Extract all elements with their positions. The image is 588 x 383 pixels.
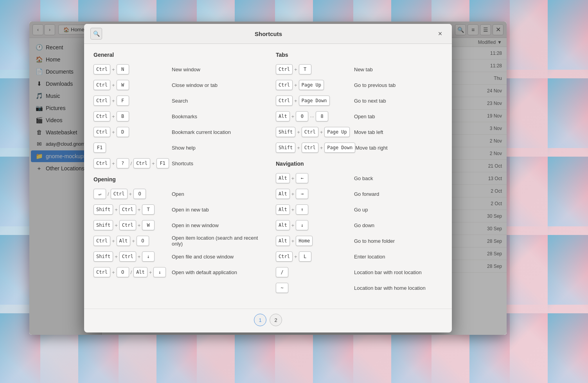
- key-ctrl: Ctrl: [94, 64, 110, 74]
- desc-search: Search: [172, 98, 260, 104]
- key-ctrl: Ctrl: [276, 96, 293, 106]
- shortcut-keys-open-tab-n: Alt + 0 ··· 8: [276, 111, 354, 121]
- dialog-pagination: 1 2: [84, 309, 452, 332]
- dialog-close-button[interactable]: ×: [435, 28, 446, 39]
- key-ctrl: Ctrl: [119, 220, 136, 230]
- desc-next-tab: Go to next tab: [354, 98, 442, 104]
- shortcut-location-root: / Location bar with root location: [276, 266, 442, 278]
- key-o2: O: [117, 267, 129, 277]
- shortcut-keys-close-window: Ctrl + W: [94, 80, 172, 90]
- desc-close-window: Close window or tab: [172, 82, 260, 88]
- shortcut-open-close: Shift + Ctrl + ↓ Open file and close win…: [94, 251, 260, 262]
- dialog-title: Shortcuts: [102, 31, 435, 37]
- desc-go-home: Go to home folder: [354, 238, 442, 244]
- shortcut-keys-go-up: Alt + ↑: [276, 204, 354, 215]
- shortcuts-right-column: Tabs Ctrl + T New tab Ctrl + P: [276, 52, 442, 301]
- shortcut-keys-new-tab: Ctrl + T: [276, 64, 354, 74]
- key-alt: Alt: [117, 236, 131, 246]
- shortcut-keys-search: Ctrl + F: [94, 96, 172, 106]
- key-left: ←: [296, 173, 308, 183]
- shortcut-go-home: Alt + Home Go to home folder: [276, 235, 442, 247]
- desc-location-root: Location bar with root location: [354, 269, 442, 275]
- key-o: O: [137, 236, 149, 246]
- shortcut-new-window: Ctrl + N New window: [94, 63, 260, 75]
- shortcut-keys-go-forward: Alt + →: [276, 189, 354, 199]
- desc-move-tab-left: Move tab left: [354, 129, 442, 135]
- desc-move-tab-right: Move tab right: [355, 145, 442, 151]
- desc-show-help: Show help: [172, 145, 260, 151]
- navigation-section-title: Navigation: [276, 161, 442, 167]
- key-question: ?: [117, 158, 129, 168]
- key-ctrl: Ctrl: [276, 80, 293, 90]
- key-n: N: [117, 64, 129, 74]
- key-f1-2: F1: [156, 158, 169, 168]
- desc-bookmarks: Bookmarks: [172, 114, 260, 119]
- shortcut-keys-location-root: /: [276, 267, 354, 277]
- page-1-button[interactable]: 1: [254, 314, 266, 326]
- key-f1: F1: [94, 143, 106, 153]
- desc-bookmark-location: Bookmark current location: [172, 129, 260, 135]
- general-section: General Ctrl + N New window Ctrl +: [94, 52, 260, 169]
- shortcut-keys-open: ↵ / Ctrl + O: [94, 189, 172, 199]
- shortcut-shortcuts: Ctrl + ? / Ctrl + F1 Shortcuts: [94, 157, 260, 169]
- key-enter: ↵: [94, 189, 106, 199]
- key-w: W: [142, 220, 155, 230]
- desc-new-tab: New tab: [354, 67, 442, 72]
- shortcut-keys-bookmark-location: Ctrl + D: [94, 127, 172, 137]
- key-ctrl: Ctrl: [302, 127, 318, 137]
- shortcut-new-tab: Ctrl + T New tab: [276, 63, 442, 75]
- shortcut-open: ↵ / Ctrl + O Open: [94, 188, 260, 200]
- shortcut-go-up: Alt + ↑ Go up: [276, 204, 442, 215]
- key-t: T: [142, 204, 155, 215]
- shortcut-keys-move-tab-right: Shift + Ctrl + Page Down: [276, 143, 355, 153]
- desc-open: Open: [172, 191, 260, 197]
- page-2-button[interactable]: 2: [270, 314, 282, 326]
- shortcut-open-new-window: Shift + Ctrl + W Open in new window: [94, 219, 260, 231]
- dialog-search-button[interactable]: 🔍: [90, 28, 102, 40]
- key-0: 0: [296, 111, 308, 121]
- tabs-section-title: Tabs: [276, 52, 442, 58]
- desc-shortcuts: Shortcuts: [172, 161, 260, 166]
- shortcut-keys-prev-tab: Ctrl + Page Up: [276, 80, 354, 90]
- shortcut-open-tab-n: Alt + 0 ··· 8 Open tab: [276, 110, 442, 122]
- key-ctrl: Ctrl: [94, 111, 110, 121]
- shortcut-keys-location-home: ~: [276, 283, 354, 293]
- desc-prev-tab: Go to previous tab: [354, 82, 442, 88]
- shortcut-keys-show-help: F1: [94, 143, 172, 153]
- shortcut-keys-next-tab: Ctrl + Page Down: [276, 96, 354, 106]
- key-ctrl: Ctrl: [94, 236, 110, 246]
- desc-open-tab-n: Open tab: [354, 114, 442, 119]
- key-shift: Shift: [276, 127, 295, 137]
- general-section-title: General: [94, 52, 260, 58]
- key-up: ↑: [296, 204, 308, 215]
- key-ctrl: Ctrl: [119, 204, 136, 215]
- shortcuts-left-column: General Ctrl + N New window Ctrl +: [94, 52, 260, 301]
- shortcut-enter-location: Ctrl + L Enter location: [276, 251, 442, 262]
- tabs-section: Tabs Ctrl + T New tab Ctrl + P: [276, 52, 442, 154]
- key-w: W: [117, 80, 129, 90]
- key-shift: Shift: [94, 220, 113, 230]
- key-alt: Alt: [276, 189, 290, 199]
- shortcut-go-back: Alt + ← Go back: [276, 172, 442, 184]
- key-alt: Alt: [276, 236, 290, 246]
- shortcut-bookmark-location: Ctrl + D Bookmark current location: [94, 126, 260, 138]
- desc-enter-location: Enter location: [354, 254, 442, 260]
- key-ctrl: Ctrl: [276, 251, 293, 262]
- shortcut-move-tab-left: Shift + Ctrl + Page Up Move tab left: [276, 126, 442, 138]
- key-down: ↓: [142, 251, 155, 262]
- opening-section: Opening ↵ / Ctrl + O Open Shif: [94, 176, 260, 278]
- shortcut-bookmarks: Ctrl + B Bookmarks: [94, 110, 260, 122]
- dialog-header: 🔍 Shortcuts ×: [84, 24, 452, 44]
- shortcut-open-item-location: Ctrl + Alt + O Open item location (searc…: [94, 235, 260, 247]
- key-f: F: [117, 96, 129, 106]
- key-home: Home: [296, 236, 313, 246]
- key-alt: Alt: [276, 173, 290, 183]
- key-slash: /: [276, 267, 288, 277]
- key-pagedown: Page Down: [299, 96, 330, 106]
- shortcut-keys-go-down: Alt + ↓: [276, 220, 354, 230]
- dialog-body: General Ctrl + N New window Ctrl +: [84, 44, 452, 309]
- key-d: D: [117, 127, 129, 137]
- key-down: ↓: [296, 220, 308, 230]
- key-t: T: [299, 64, 311, 74]
- opening-section-title: Opening: [94, 176, 260, 182]
